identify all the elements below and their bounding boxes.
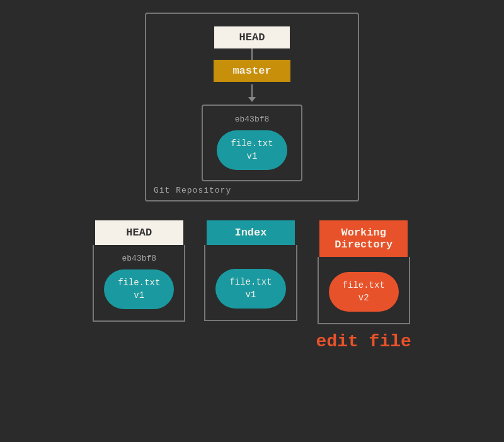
head-panel-body: eb43bf8 file.txt v1 [93, 245, 185, 322]
commit-id-top: eb43bf8 [235, 115, 270, 124]
working-dir-file-blob: file.txt v2 [329, 272, 399, 312]
repo-inner: HEAD master eb43bf8 file.txt v1 [165, 26, 339, 181]
index-panel-body: file.txt v1 [204, 245, 297, 321]
git-repo-box: HEAD master eb43bf8 file.txt v1 Git Repo… [145, 13, 359, 201]
index-panel-wrapper: Index file.txt v1 [204, 220, 297, 321]
working-dir-panel-header: WorkingDirectory [319, 220, 408, 257]
arrow-line [251, 84, 253, 97]
file-blob-top: file.txt v1 [217, 130, 287, 170]
working-dir-panel-body: file.txt v2 [318, 257, 410, 324]
head-commit-id: eb43bf8 [122, 254, 156, 263]
arrow-master-commit [248, 84, 256, 102]
working-dir-panel: WorkingDirectory file.txt v2 [318, 220, 410, 324]
index-panel: Index file.txt v1 [204, 220, 297, 321]
arrow-head [248, 97, 256, 102]
head-file-blob: file.txt v1 [104, 269, 174, 309]
master-label: master [214, 60, 290, 82]
index-file-blob: file.txt v1 [215, 269, 285, 309]
bottom-section: HEAD eb43bf8 file.txt v1 Index file.txt … [13, 220, 491, 351]
head-label: HEAD [214, 26, 290, 48]
edit-file-label: edit file [316, 332, 411, 351]
index-panel-header: Index [207, 220, 295, 245]
git-repo-label: Git Repository [154, 186, 231, 195]
commit-box-top: eb43bf8 file.txt v1 [202, 105, 302, 181]
head-panel: HEAD eb43bf8 file.txt v1 [93, 220, 185, 322]
head-panel-wrapper: HEAD eb43bf8 file.txt v1 [93, 220, 185, 322]
connector-head-master [251, 48, 253, 60]
working-dir-panel-wrapper: WorkingDirectory file.txt v2 edit file [316, 220, 411, 351]
head-panel-header: HEAD [95, 220, 183, 245]
